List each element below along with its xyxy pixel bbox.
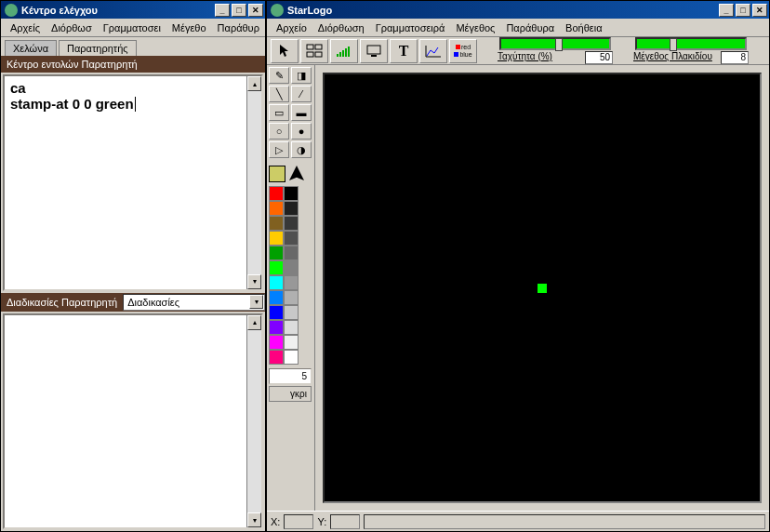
scroll-up-icon[interactable]: ▴ <box>247 76 261 91</box>
eyedropper-tool[interactable]: ⁄ <box>291 86 312 102</box>
menu-edit[interactable]: Διόρθωση <box>312 20 370 35</box>
poly-tool[interactable]: ▷ <box>269 141 289 158</box>
color-swatch[interactable] <box>284 350 299 365</box>
color-swatch[interactable] <box>284 305 299 320</box>
color-swatch[interactable] <box>269 201 284 216</box>
selected-color <box>269 166 285 182</box>
color-swatch[interactable] <box>284 201 299 216</box>
color-swatch[interactable] <box>284 246 299 260</box>
close-button[interactable]: ✕ <box>248 4 263 17</box>
color-swatch[interactable] <box>284 216 299 231</box>
toolbar: T redblue Ταχύτητα (%)50 Μέγεθος Πλακιδί… <box>267 37 769 65</box>
rect-tool[interactable]: ▭ <box>269 104 289 121</box>
pencil-tool[interactable]: ✎ <box>269 67 289 84</box>
menu-size[interactable]: Μέγεθο <box>166 20 212 35</box>
scroll-down-icon[interactable]: ▾ <box>247 512 261 527</box>
svg-rect-9 <box>367 46 380 54</box>
chevron-down-icon[interactable]: ▾ <box>249 295 263 309</box>
minimize-button[interactable]: _ <box>215 4 230 17</box>
titlebar-right[interactable]: StarLogo _ □ ✕ <box>267 1 769 19</box>
canvas-area <box>315 65 769 511</box>
widgets-tool[interactable] <box>300 39 328 63</box>
menu-edit[interactable]: Διόρθωσ <box>46 20 98 35</box>
maximize-button[interactable]: □ <box>232 4 246 17</box>
procedures-label: Διαδικασίες Παρατηρητή <box>1 297 123 308</box>
color-swatch[interactable] <box>284 320 299 335</box>
color-swatch[interactable] <box>269 350 284 365</box>
color-swatch[interactable] <box>269 335 284 350</box>
color-swatch[interactable] <box>284 335 299 350</box>
window-title: StarLogo <box>287 5 332 16</box>
color-swatch[interactable] <box>269 275 284 290</box>
minimize-button[interactable]: _ <box>719 4 734 17</box>
tab-observer[interactable]: Παρατηρητής <box>59 40 137 56</box>
color-swatch[interactable] <box>269 216 284 231</box>
monitor-tool[interactable] <box>360 39 388 63</box>
color-swatch[interactable] <box>269 320 284 335</box>
command-textarea[interactable]: ca stamp-at 0 0 green <box>5 76 246 289</box>
right-body: ✎ ◨ ╲ ⁄ ▭ ▬ ○ ● ▷ ◑ 5 γκρι <box>267 65 769 511</box>
plot-tool[interactable] <box>419 39 447 63</box>
tabs: Χελώνα Παρατηρητής <box>1 37 265 56</box>
svg-rect-7 <box>345 48 347 57</box>
svg-rect-4 <box>337 54 339 57</box>
color-name: γκρι <box>269 386 312 402</box>
pointer-tool[interactable] <box>271 39 299 63</box>
procedures-textarea[interactable] <box>5 315 246 528</box>
menubar-left: Αρχείς Διόρθωσ Γραμματοσει Μέγεθο Παράθυ… <box>1 19 265 37</box>
menu-windows[interactable]: Παράθυρ <box>212 20 265 35</box>
oval-fill-tool[interactable]: ● <box>291 123 312 140</box>
color-swatch[interactable] <box>269 290 284 305</box>
speed-slider[interactable]: Ταχύτητα (%)50 <box>498 37 613 64</box>
selection-indicator <box>269 166 312 182</box>
color-swatch[interactable] <box>269 231 284 246</box>
svg-rect-3 <box>315 52 322 57</box>
scroll-up-icon[interactable]: ▴ <box>247 315 261 330</box>
procedures-textarea-wrap: ▴ ▾ <box>3 313 263 530</box>
scroll-track[interactable] <box>247 91 261 274</box>
slider-tool[interactable] <box>330 39 358 63</box>
scrollbar-2[interactable]: ▴ ▾ <box>246 315 261 528</box>
oval-tool[interactable]: ○ <box>269 123 289 140</box>
svg-rect-10 <box>371 55 377 57</box>
tab-turtle[interactable]: Χελώνα <box>5 40 57 56</box>
color-swatch[interactable] <box>284 186 299 201</box>
color-swatch[interactable] <box>284 260 299 275</box>
menu-file[interactable]: Αρχείς <box>5 20 46 35</box>
close-button[interactable]: ✕ <box>752 4 767 17</box>
menu-font[interactable]: Γραμματοσειρά <box>370 20 451 35</box>
text-tool[interactable]: T <box>390 39 418 63</box>
scroll-down-icon[interactable]: ▾ <box>247 274 261 289</box>
scrollbar[interactable]: ▴ ▾ <box>246 76 261 289</box>
color-swatch[interactable] <box>284 231 299 246</box>
menu-help[interactable]: Βοήθεια <box>560 20 607 35</box>
command-center-header: Κέντρο εντολών Παρατηρητή <box>1 56 265 73</box>
fill-tool[interactable]: ◑ <box>291 141 312 158</box>
tilesize-slider[interactable]: Μέγεθος Πλακιδίου8 <box>633 37 749 64</box>
status-message <box>364 514 765 529</box>
eraser-tool[interactable]: ◨ <box>291 67 312 84</box>
legend-tool[interactable]: redblue <box>449 39 477 63</box>
control-center-window: Κέντρο ελέγχου _ □ ✕ Αρχείς Διόρθωσ Γραμ… <box>0 0 266 532</box>
menu-font[interactable]: Γραμματοσει <box>98 20 166 35</box>
procedures-select[interactable]: Διαδικασίες ▾ <box>123 294 265 311</box>
titlebar-left[interactable]: Κέντρο ελέγχου _ □ ✕ <box>1 1 265 19</box>
scroll-track[interactable] <box>247 330 261 513</box>
menu-size[interactable]: Μέγεθος <box>450 20 500 35</box>
rect-fill-tool[interactable]: ▬ <box>291 104 312 121</box>
color-swatch[interactable] <box>269 305 284 320</box>
status-x-label: X: <box>271 516 280 527</box>
menu-windows[interactable]: Παράθυρα <box>500 20 560 35</box>
app-icon <box>271 4 284 17</box>
maximize-button[interactable]: □ <box>736 4 750 17</box>
color-swatch[interactable] <box>269 186 284 201</box>
command-area: ca stamp-at 0 0 green ▴ ▾ Διαδικασίες Πα… <box>1 73 265 531</box>
color-swatch[interactable] <box>269 260 284 275</box>
line-tool[interactable]: ╲ <box>269 86 289 102</box>
menu-file[interactable]: Αρχείο <box>271 20 312 35</box>
status-bar: X: Y: <box>267 511 769 531</box>
color-swatch[interactable] <box>284 290 299 305</box>
color-swatch[interactable] <box>284 275 299 290</box>
canvas[interactable] <box>323 73 762 503</box>
color-swatch[interactable] <box>269 246 284 260</box>
